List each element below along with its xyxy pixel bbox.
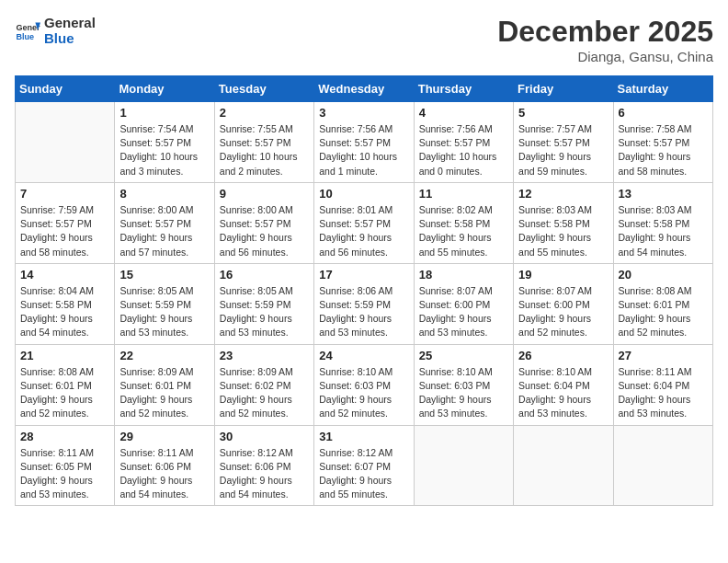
calendar-cell: 23Sunrise: 8:09 AM Sunset: 6:02 PM Dayli…: [214, 344, 313, 425]
day-of-week-header: Tuesday: [214, 76, 313, 102]
calendar-cell: 20Sunrise: 8:08 AM Sunset: 6:01 PM Dayli…: [613, 263, 712, 344]
calendar-cell: [414, 425, 513, 506]
location-subtitle: Dianga, Gansu, China: [497, 49, 713, 64]
day-of-week-header: Monday: [115, 76, 214, 102]
day-info: Sunrise: 8:07 AM Sunset: 6:00 PM Dayligh…: [518, 284, 608, 340]
calendar-cell: 22Sunrise: 8:09 AM Sunset: 6:01 PM Dayli…: [115, 344, 214, 425]
day-info: Sunrise: 7:57 AM Sunset: 5:57 PM Dayligh…: [518, 122, 608, 178]
day-of-week-header: Sunday: [16, 76, 115, 102]
calendar-table: SundayMondayTuesdayWednesdayThursdayFrid…: [15, 75, 713, 506]
day-number: 7: [20, 187, 109, 201]
calendar-cell: 30Sunrise: 8:12 AM Sunset: 6:06 PM Dayli…: [214, 425, 313, 506]
day-number: 31: [319, 430, 408, 443]
day-info: Sunrise: 8:11 AM Sunset: 6:06 PM Dayligh…: [119, 446, 209, 502]
day-number: 19: [518, 268, 608, 282]
day-number: 27: [619, 349, 708, 362]
calendar-cell: 18Sunrise: 8:07 AM Sunset: 6:00 PM Dayli…: [414, 263, 513, 344]
day-number: 21: [20, 349, 109, 362]
day-number: 16: [220, 268, 309, 282]
day-info: Sunrise: 7:56 AM Sunset: 5:57 PM Dayligh…: [319, 122, 408, 178]
day-info: Sunrise: 8:01 AM Sunset: 5:57 PM Dayligh…: [319, 203, 408, 259]
calendar-cell: 15Sunrise: 8:05 AM Sunset: 5:59 PM Dayli…: [115, 263, 214, 344]
day-info: Sunrise: 8:06 AM Sunset: 5:59 PM Dayligh…: [319, 284, 408, 340]
calendar-cell: 4Sunrise: 7:56 AM Sunset: 5:57 PM Daylig…: [414, 102, 513, 183]
calendar-cell: 28Sunrise: 8:11 AM Sunset: 6:05 PM Dayli…: [16, 425, 115, 506]
day-of-week-header: Saturday: [613, 76, 712, 102]
calendar-header-row: SundayMondayTuesdayWednesdayThursdayFrid…: [16, 76, 713, 102]
day-info: Sunrise: 8:03 AM Sunset: 5:58 PM Dayligh…: [619, 203, 708, 259]
calendar-cell: 12Sunrise: 8:03 AM Sunset: 5:58 PM Dayli…: [514, 182, 613, 263]
day-number: 20: [619, 268, 708, 282]
calendar-week-row: 1Sunrise: 7:54 AM Sunset: 5:57 PM Daylig…: [16, 102, 713, 183]
calendar-week-row: 7Sunrise: 7:59 AM Sunset: 5:57 PM Daylig…: [16, 182, 713, 263]
calendar-cell: 8Sunrise: 8:00 AM Sunset: 5:57 PM Daylig…: [115, 182, 214, 263]
day-info: Sunrise: 8:04 AM Sunset: 5:58 PM Dayligh…: [20, 284, 109, 340]
day-info: Sunrise: 8:09 AM Sunset: 6:01 PM Dayligh…: [119, 365, 209, 421]
day-info: Sunrise: 8:05 AM Sunset: 5:59 PM Dayligh…: [119, 284, 209, 340]
day-of-week-header: Friday: [514, 76, 613, 102]
day-info: Sunrise: 8:11 AM Sunset: 6:05 PM Dayligh…: [20, 446, 109, 502]
day-number: 14: [20, 268, 109, 282]
calendar-cell: 16Sunrise: 8:05 AM Sunset: 5:59 PM Dayli…: [214, 263, 313, 344]
day-number: 22: [119, 349, 209, 362]
calendar-cell: 6Sunrise: 7:58 AM Sunset: 5:57 PM Daylig…: [613, 102, 712, 183]
day-info: Sunrise: 8:05 AM Sunset: 5:59 PM Dayligh…: [220, 284, 309, 340]
day-info: Sunrise: 8:10 AM Sunset: 6:04 PM Dayligh…: [518, 365, 608, 421]
day-number: 6: [619, 106, 708, 120]
day-number: 28: [20, 430, 109, 443]
calendar-week-row: 14Sunrise: 8:04 AM Sunset: 5:58 PM Dayli…: [16, 263, 713, 344]
calendar-cell: 9Sunrise: 8:00 AM Sunset: 5:57 PM Daylig…: [214, 182, 313, 263]
calendar-cell: [613, 425, 712, 506]
day-number: 18: [419, 268, 508, 282]
day-info: Sunrise: 8:03 AM Sunset: 5:58 PM Dayligh…: [518, 203, 608, 259]
day-of-week-header: Thursday: [414, 76, 513, 102]
calendar-cell: 25Sunrise: 8:10 AM Sunset: 6:03 PM Dayli…: [414, 344, 513, 425]
calendar-cell: 17Sunrise: 8:06 AM Sunset: 5:59 PM Dayli…: [314, 263, 414, 344]
day-number: 29: [119, 430, 209, 443]
day-info: Sunrise: 8:08 AM Sunset: 6:01 PM Dayligh…: [20, 365, 109, 421]
page-header: General Blue General Blue December 2025 …: [15, 15, 713, 64]
calendar-cell: [16, 102, 115, 183]
calendar-cell: 2Sunrise: 7:55 AM Sunset: 5:57 PM Daylig…: [214, 102, 313, 183]
logo-text: General Blue: [44, 15, 96, 46]
calendar-cell: 19Sunrise: 8:07 AM Sunset: 6:00 PM Dayli…: [514, 263, 613, 344]
month-title: December 2025: [497, 15, 713, 49]
day-number: 13: [619, 187, 708, 201]
day-number: 2: [220, 106, 309, 120]
calendar-cell: 5Sunrise: 7:57 AM Sunset: 5:57 PM Daylig…: [514, 102, 613, 183]
day-number: 12: [518, 187, 608, 201]
day-info: Sunrise: 8:09 AM Sunset: 6:02 PM Dayligh…: [220, 365, 309, 421]
calendar-cell: 26Sunrise: 8:10 AM Sunset: 6:04 PM Dayli…: [514, 344, 613, 425]
day-number: 8: [119, 187, 209, 201]
day-number: 5: [518, 106, 608, 120]
calendar-cell: 7Sunrise: 7:59 AM Sunset: 5:57 PM Daylig…: [16, 182, 115, 263]
day-number: 17: [319, 268, 408, 282]
calendar-cell: 10Sunrise: 8:01 AM Sunset: 5:57 PM Dayli…: [314, 182, 414, 263]
calendar-cell: 21Sunrise: 8:08 AM Sunset: 6:01 PM Dayli…: [16, 344, 115, 425]
day-info: Sunrise: 8:10 AM Sunset: 6:03 PM Dayligh…: [419, 365, 508, 421]
day-number: 11: [419, 187, 508, 201]
calendar-cell: 3Sunrise: 7:56 AM Sunset: 5:57 PM Daylig…: [314, 102, 414, 183]
calendar-cell: [514, 425, 613, 506]
day-info: Sunrise: 8:08 AM Sunset: 6:01 PM Dayligh…: [619, 284, 708, 340]
day-info: Sunrise: 7:58 AM Sunset: 5:57 PM Dayligh…: [619, 122, 708, 178]
day-number: 10: [319, 187, 408, 201]
day-number: 15: [119, 268, 209, 282]
title-block: December 2025 Dianga, Gansu, China: [497, 15, 713, 64]
day-info: Sunrise: 8:10 AM Sunset: 6:03 PM Dayligh…: [319, 365, 408, 421]
calendar-cell: 29Sunrise: 8:11 AM Sunset: 6:06 PM Dayli…: [115, 425, 214, 506]
svg-text:Blue: Blue: [16, 32, 34, 41]
day-info: Sunrise: 7:56 AM Sunset: 5:57 PM Dayligh…: [419, 122, 508, 178]
day-info: Sunrise: 8:07 AM Sunset: 6:00 PM Dayligh…: [419, 284, 508, 340]
day-of-week-header: Wednesday: [314, 76, 414, 102]
calendar-cell: 1Sunrise: 7:54 AM Sunset: 5:57 PM Daylig…: [115, 102, 214, 183]
logo-icon: General Blue: [15, 17, 40, 43]
calendar-cell: 31Sunrise: 8:12 AM Sunset: 6:07 PM Dayli…: [314, 425, 414, 506]
calendar-cell: 11Sunrise: 8:02 AM Sunset: 5:58 PM Dayli…: [414, 182, 513, 263]
calendar-week-row: 21Sunrise: 8:08 AM Sunset: 6:01 PM Dayli…: [16, 344, 713, 425]
calendar-cell: 14Sunrise: 8:04 AM Sunset: 5:58 PM Dayli…: [16, 263, 115, 344]
day-info: Sunrise: 7:54 AM Sunset: 5:57 PM Dayligh…: [119, 122, 209, 178]
day-info: Sunrise: 8:00 AM Sunset: 5:57 PM Dayligh…: [119, 203, 209, 259]
day-number: 1: [119, 106, 209, 120]
day-info: Sunrise: 7:59 AM Sunset: 5:57 PM Dayligh…: [20, 203, 109, 259]
